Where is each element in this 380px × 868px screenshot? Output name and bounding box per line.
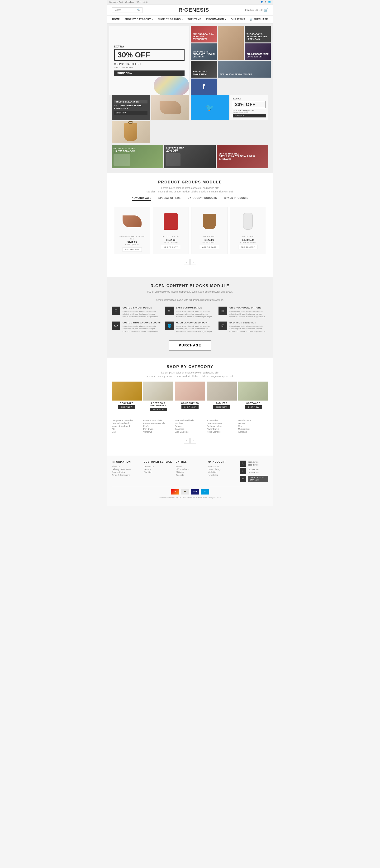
desktops-link-1[interactable]: Computer Accessories [112,419,142,422]
footer-terms[interactable]: Terms & Conditions [112,474,140,476]
tab-special-offers[interactable]: SPECIAL OFFERS [158,196,181,201]
footer-specials[interactable]: Specials [176,474,204,476]
prev-page-button[interactable]: ‹ [184,259,189,265]
nav-shop-brands[interactable]: SHOP BY BRANDS ▾ [158,18,183,21]
software-link-1[interactable]: Development [238,419,268,422]
feature-6-title: EASY ICON SELECTION [229,321,268,324]
software-shop-btn[interactable]: SHOP NOW [245,405,262,409]
footer-returns[interactable]: Returns [144,468,172,471]
components-link-1[interactable]: Mice and Trackballs [175,419,205,422]
lastday-banner[interactable]: LAST DAY EXTRA 20% OFF [164,145,216,168]
tab-category-products[interactable]: CATEGORY PRODUCTS [187,196,217,201]
components-link-4[interactable]: Scanners [175,428,205,430]
tablets-link-5[interactable]: Video Combos [207,430,237,433]
currency-selector[interactable]: $ [265,1,266,3]
shopping-cart-link[interactable]: Shopping Cart [109,1,123,3]
add-cart-button-1[interactable]: ADD TO CART [122,247,142,252]
search-box[interactable]: 🔍 [112,7,143,13]
checkout-link[interactable]: Checkout [125,1,135,3]
software-link-3[interactable]: Mac [238,425,268,428]
nav-shop-category[interactable]: SHOP BY CATEGORY ▾ [124,18,153,21]
desktops-link-4[interactable]: PC [112,428,142,430]
tablets-link-3[interactable]: Exchange offers [207,425,237,428]
footer-newsletter[interactable]: Newsletter [208,474,236,476]
cart-icon[interactable]: 🛒 [264,8,268,12]
min-purchase: *Min. purchase $2000 [114,66,184,69]
nav-information[interactable]: INFORMATION ▾ [206,18,226,21]
laptops-link-4[interactable]: Pen drives [143,428,173,430]
footer-contact[interactable]: Contact Us [144,465,172,468]
language-selector[interactable]: 🌐 [268,1,271,3]
desktops-link-2[interactable]: External Hard Disks [112,422,142,425]
wishlist-link[interactable]: Web List (0) [137,1,148,3]
nav-top-items[interactable]: TOP ITEMS [187,18,201,21]
shop-btn2[interactable]: SHOP NOW [233,114,266,118]
components-shop-btn[interactable]: SHOP NOW [181,405,199,409]
footer-delivery[interactable]: Delivery Information [112,468,140,471]
laptops-shop-btn[interactable]: SHOP NOW [150,408,167,411]
banner-holiday[interactable]: GET HOLIDAY READY 20% OFF [218,61,271,78]
shop-now-button[interactable]: SHOP NOW [114,70,184,76]
product-price-2: $122.00 [155,239,186,241]
footer-wishlist[interactable]: Wish List [208,471,236,474]
clearance-banner2[interactable]: ONLINE CLEARANCE UP TO 60% OFF [112,145,163,168]
footer-my-account[interactable]: My Account [208,465,236,468]
software-link-2[interactable]: Games [238,422,268,425]
add-cart-button-3[interactable]: ADD TO CART [200,245,219,249]
laptops-link-5[interactable]: Windows [143,430,173,433]
tab-brand-products[interactable]: BRAND PRODUCTS [224,196,248,201]
cart-info[interactable]: 0 item(s) - $0.00 🛒 [245,8,268,12]
laptops-link-1[interactable]: External Hard Disks [143,419,173,422]
banner-seasonal[interactable]: AMAZING DEALS ON SEASONAL FAVOURITES! [191,26,217,42]
footer-order-history[interactable]: Order History [208,468,236,471]
footer-affiliates[interactable]: Affiliates [176,471,204,474]
laptops-link-3[interactable]: Men's [143,425,173,428]
software-link-4[interactable]: Music player [238,428,268,430]
search-icon[interactable]: 🔍 [137,8,140,12]
footer-about[interactable]: About Us [112,465,140,468]
nav-purchase[interactable]: 🛒 PURCHASE [250,18,268,21]
banner-facebook[interactable]: f [191,79,217,95]
category-next-btn[interactable]: › [191,438,196,444]
add-cart-button-2[interactable]: ADD TO CART [161,245,180,249]
footer-sitemap[interactable]: Site Map [144,471,172,474]
tablets-link-1[interactable]: Accessories [207,419,237,422]
banner-couple[interactable] [218,26,244,60]
desktops-shop-btn[interactable]: SHOP NOW [118,405,135,409]
components-link-2[interactable]: Monitors [175,422,205,425]
user-icon[interactable]: 👤 [261,1,263,3]
banner-bestsellers[interactable]: THE SEASON'S BESTSELLERS ARE HERE AGAIN [245,26,271,42]
next-page-button[interactable]: › [191,259,196,265]
laptops-link-2[interactable]: Laptop Skins & Decals [143,422,173,425]
nav-home[interactable]: HOME [112,18,120,21]
category-laptops: LAPTOPS & NOTEBOOKS SHOP NOW [143,381,173,413]
add-cart-button-4[interactable]: ADD TO CART [238,245,258,249]
twitter-banner[interactable]: 🐦 [191,95,229,120]
tablets-link-4[interactable]: Power Banks [207,428,237,430]
tablets-shop-btn[interactable]: SHOP NOW [213,405,230,409]
footer-privacy[interactable]: Privacy Policy [112,471,140,474]
banner-sunglass[interactable]: 20% OFF ANY SINGLE ITEM* [191,61,217,78]
search-input[interactable] [114,9,137,11]
shoe-banner[interactable] [151,95,189,120]
nav-our-items[interactable]: OUR ITEMS [231,18,245,21]
category-prev-btn[interactable]: ‹ [184,438,189,444]
components-link-3[interactable]: Printers [175,425,205,428]
footer-vouchers[interactable]: Gift Vouchers [176,468,204,471]
contact-email[interactable]: ✉ CLICK HERE TO EMAIL US [240,476,268,482]
purchase-button[interactable]: PURCHASE [169,340,211,350]
email-button[interactable]: CLICK HERE TO EMAIL US [248,476,268,482]
desktops-link-3[interactable]: Mouse & Keyboard [112,425,142,428]
tab-new-arrivals[interactable]: NEW ARRIVALS [132,196,151,201]
software-link-5[interactable]: Windows [238,430,268,433]
components-link-5[interactable]: Web Cameras [175,430,205,433]
tablets-link-2[interactable]: Cases & Covers [207,422,237,425]
footer-brands[interactable]: Brands [176,465,204,468]
banner-clothing[interactable]: STAY ONE STEP AHEAD WITH NEW-IN CLOTHING [191,43,217,60]
bag-banner[interactable] [112,121,150,143]
limited-banner[interactable]: LIMITED TIME ONLY SAVE EXTRA 20% ON ALL … [217,145,268,168]
banner-online[interactable]: ONLINE BESTRANCE UP TO 60% OFF [245,43,271,60]
clearance-shop-btn[interactable]: SHOP NOW [114,111,147,115]
desktops-link-5[interactable]: Mac [112,430,142,433]
software-name: SOFTWARE [238,402,268,404]
